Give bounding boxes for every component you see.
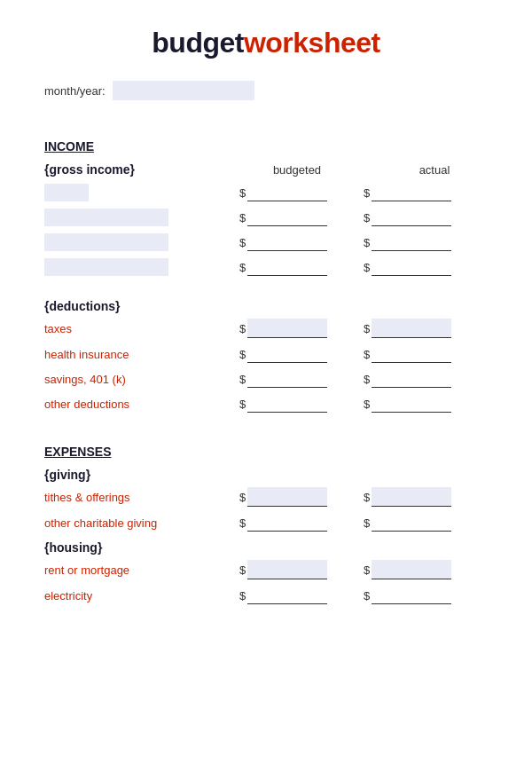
charitable-actual: $ <box>364 514 479 532</box>
rent-label: rent or mortgage <box>44 563 239 577</box>
gross-budgeted-1: $ <box>239 184 355 201</box>
month-year-label: month/year: <box>44 84 106 98</box>
gross-actual-input-3[interactable] <box>372 233 451 251</box>
col-actual-label: actual <box>390 163 479 177</box>
electricity-label: electricity <box>44 589 239 603</box>
savings-budgeted: $ <box>239 370 355 388</box>
savings-actual: $ <box>364 370 479 388</box>
housing-label: {housing} <box>44 540 488 555</box>
health-actual: $ <box>364 345 479 363</box>
electricity-actual-input[interactable] <box>372 587 451 604</box>
charitable-label: other charitable giving <box>44 516 239 530</box>
gross-budgeted-input-4[interactable] <box>247 258 327 276</box>
rent-budgeted-input[interactable] <box>247 560 327 579</box>
gross-budgeted-input-2[interactable] <box>247 209 327 226</box>
title-worksheet: worksheet <box>244 27 380 59</box>
taxes-budgeted-input[interactable] <box>247 319 327 338</box>
electricity-actual: $ <box>364 587 479 604</box>
taxes-budgeted: $ <box>239 319 355 338</box>
charitable-actual-input[interactable] <box>372 514 451 532</box>
deduction-row-taxes: taxes $ $ <box>44 319 488 338</box>
gross-income-row-4: $ $ <box>44 258 488 276</box>
gross-income-label: {gross income} <box>44 162 239 177</box>
taxes-label: taxes <box>44 322 239 335</box>
gross-input-label-2[interactable] <box>44 209 168 226</box>
gross-input-label-4[interactable] <box>44 258 168 276</box>
other-deductions-actual: $ <box>364 395 479 413</box>
gross-income-row-3: $ $ <box>44 233 488 251</box>
gross-actual-1: $ <box>364 184 479 201</box>
health-label: health insurance <box>44 348 239 361</box>
gross-income-row-2: $ $ <box>44 209 488 226</box>
tithes-budgeted: $ <box>239 487 355 507</box>
gross-budgeted-4: $ <box>239 258 355 276</box>
gross-input-label-1[interactable] <box>44 184 89 201</box>
gross-actual-input-2[interactable] <box>372 209 451 226</box>
deductions-label: {deductions} <box>44 299 488 313</box>
page: budgetworksheet month/year: INCOME {gros… <box>0 0 532 772</box>
gross-actual-3: $ <box>364 233 479 251</box>
health-budgeted-input[interactable] <box>247 345 327 363</box>
charitable-row: other charitable giving $ $ <box>44 514 488 532</box>
gross-budgeted-2: $ <box>239 209 355 226</box>
gross-actual-2: $ <box>364 209 479 226</box>
page-title: budgetworksheet <box>44 27 488 59</box>
tithes-label: tithes & offerings <box>44 491 239 504</box>
other-deductions-label: other deductions <box>44 398 239 411</box>
rent-actual: $ <box>364 560 479 579</box>
other-deductions-budgeted: $ <box>239 395 355 413</box>
gross-actual-4: $ <box>364 258 479 276</box>
gross-budgeted-input-1[interactable] <box>247 184 327 201</box>
charitable-budgeted: $ <box>239 514 355 532</box>
tithes-actual-input[interactable] <box>372 487 451 507</box>
deduction-row-other: other deductions $ $ <box>44 395 488 413</box>
other-deductions-budgeted-input[interactable] <box>247 395 327 413</box>
rent-budgeted: $ <box>239 560 355 579</box>
savings-label: savings, 401 (k) <box>44 373 239 386</box>
month-year-row: month/year: <box>44 81 488 100</box>
taxes-actual: $ <box>364 319 479 338</box>
income-heading: INCOME <box>44 139 488 154</box>
gross-budgeted-3: $ <box>239 233 355 251</box>
health-budgeted: $ <box>239 345 355 363</box>
charitable-budgeted-input[interactable] <box>247 514 327 532</box>
deduction-row-savings: savings, 401 (k) $ $ <box>44 370 488 388</box>
gross-income-row-1: $ $ <box>44 184 488 201</box>
rent-row: rent or mortgage $ $ <box>44 560 488 579</box>
savings-budgeted-input[interactable] <box>247 370 327 388</box>
tithes-actual: $ <box>364 487 479 507</box>
savings-actual-input[interactable] <box>372 370 451 388</box>
giving-label: {giving} <box>44 468 488 482</box>
tithes-row: tithes & offerings $ $ <box>44 487 488 507</box>
gross-actual-input-1[interactable] <box>372 184 451 201</box>
electricity-budgeted: $ <box>239 587 355 604</box>
health-actual-input[interactable] <box>372 345 451 363</box>
gross-actual-input-4[interactable] <box>372 258 451 276</box>
electricity-budgeted-input[interactable] <box>247 587 327 604</box>
taxes-actual-input[interactable] <box>372 319 451 338</box>
tithes-budgeted-input[interactable] <box>247 487 327 507</box>
col-budgeted-label: budgeted <box>239 163 355 177</box>
electricity-row: electricity $ $ <box>44 587 488 604</box>
title-budget: budget <box>152 27 244 59</box>
gross-budgeted-input-3[interactable] <box>247 233 327 251</box>
other-deductions-actual-input[interactable] <box>372 395 451 413</box>
rent-actual-input[interactable] <box>372 560 451 579</box>
gross-input-label-3[interactable] <box>44 233 168 251</box>
deduction-row-health: health insurance $ $ <box>44 345 488 363</box>
expenses-heading: EXPENSES <box>44 445 488 459</box>
month-year-input[interactable] <box>113 81 254 100</box>
